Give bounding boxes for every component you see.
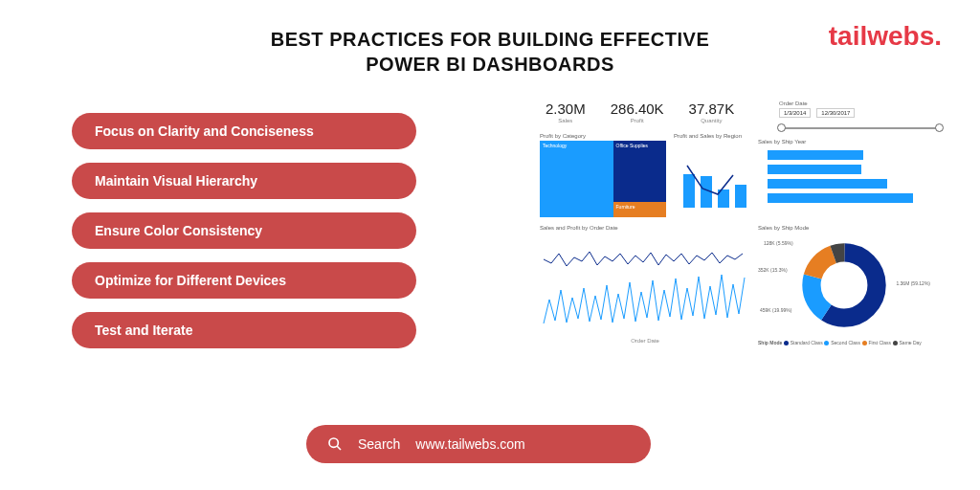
bar-line-combo bbox=[674, 141, 750, 217]
kpi-value: 286.40K bbox=[611, 100, 664, 117]
title-line-2: POWER BI DASHBOARDS bbox=[0, 52, 980, 77]
treemap: Technology Office Supplies Furniture bbox=[540, 141, 666, 217]
timeseries bbox=[540, 233, 750, 338]
chart-title: Sales by Ship Year bbox=[758, 139, 921, 145]
date-start[interactable]: 1/3/2014 bbox=[779, 108, 811, 118]
legend-item: Standard Class bbox=[791, 340, 823, 345]
slice-label: 459K (19.99%) bbox=[760, 307, 791, 313]
list-item: Maintain Visual Hierarchy bbox=[72, 163, 416, 199]
legend-item: Second Class bbox=[831, 340, 860, 345]
kpi-sales: 2.30M Sales bbox=[546, 100, 586, 123]
donut-legend: Ship Mode Standard Class Second Class Fi… bbox=[758, 340, 930, 345]
legend-item: Same Day bbox=[900, 340, 922, 345]
logo-text: tailwebs bbox=[829, 21, 934, 51]
kpi-row: 2.30M Sales 286.40K Profit 37.87K Quanti… bbox=[546, 100, 734, 123]
hbar-chart bbox=[758, 146, 921, 213]
kpi-profit: 286.40K Profit bbox=[611, 100, 664, 123]
svg-point-0 bbox=[329, 438, 338, 447]
slider-handle-start[interactable] bbox=[777, 123, 786, 132]
logo-dot: . bbox=[934, 21, 942, 51]
legend-item: First Class bbox=[869, 340, 892, 345]
treemap-segment-office-supplies: Office Supplies bbox=[613, 141, 666, 202]
search-bar[interactable]: Search www.tailwebs.com bbox=[306, 425, 651, 463]
kpi-label: Sales bbox=[546, 118, 586, 123]
slice-label: 128K (5.59%) bbox=[764, 240, 793, 246]
svg-point-7 bbox=[824, 265, 865, 306]
practice-list: Focus on Clarity and Conciseness Maintai… bbox=[72, 113, 416, 348]
slider-track[interactable] bbox=[779, 127, 942, 129]
treemap-segment-technology: Technology bbox=[540, 141, 613, 217]
axis-label: Order Date bbox=[540, 338, 750, 344]
slice-label: 352K (15.3%) bbox=[758, 267, 788, 273]
legend-title: Ship Mode bbox=[758, 340, 782, 345]
search-url: www.tailwebs.com bbox=[415, 436, 524, 452]
dashboard-preview: 2.30M Sales 286.40K Profit 37.87K Quanti… bbox=[540, 100, 942, 368]
treemap-segment-furniture: Furniture bbox=[613, 202, 666, 217]
chart-sales-by-ship-mode: Sales by Ship Mode 128K (5.59%) 352K (15… bbox=[758, 225, 930, 345]
slice-label: 1.36M (59.12%) bbox=[896, 280, 930, 286]
svg-line-1 bbox=[337, 446, 341, 450]
chart-title: Sales and Profit by Order Date bbox=[540, 225, 750, 231]
brand-logo: tailwebs. bbox=[829, 21, 942, 52]
slider-label: Order Date bbox=[779, 100, 942, 106]
kpi-label: Profit bbox=[611, 118, 664, 123]
search-label: Search bbox=[358, 436, 400, 452]
chart-title: Sales by Ship Mode bbox=[758, 225, 930, 231]
chart-profit-sales-by-region: Profit and Sales by Region bbox=[674, 133, 750, 217]
chart-profit-by-category: Profit by Category Technology Office Sup… bbox=[540, 133, 666, 217]
kpi-label: Quantity bbox=[689, 118, 735, 123]
list-item: Focus on Clarity and Conciseness bbox=[72, 113, 416, 149]
search-icon bbox=[327, 436, 343, 452]
chart-title: Profit and Sales by Region bbox=[674, 133, 750, 139]
list-item: Ensure Color Consistency bbox=[72, 212, 416, 249]
kpi-value: 37.87K bbox=[689, 100, 735, 117]
donut-chart: 128K (5.59%) 352K (15.3%) 459K (19.99%) … bbox=[758, 233, 930, 338]
chart-sales-profit-timeseries: Sales and Profit by Order Date Order Dat… bbox=[540, 225, 750, 345]
kpi-value: 2.30M bbox=[546, 100, 586, 117]
date-range-slider[interactable]: Order Date 1/3/2014 12/30/2017 bbox=[779, 100, 942, 129]
segment-label: Furniture bbox=[613, 202, 666, 212]
kpi-quantity: 37.87K Quantity bbox=[689, 100, 735, 123]
list-item: Test and Iterate bbox=[72, 312, 416, 348]
chart-title: Profit by Category bbox=[540, 133, 666, 139]
date-end[interactable]: 12/30/2017 bbox=[816, 108, 855, 118]
segment-label: Office Supplies bbox=[613, 141, 666, 150]
chart-sales-by-ship-year: Sales by Ship Year bbox=[758, 139, 921, 217]
slider-handle-end[interactable] bbox=[935, 123, 944, 132]
list-item: Optimize for Different Devices bbox=[72, 262, 416, 299]
segment-label: Technology bbox=[540, 141, 613, 150]
